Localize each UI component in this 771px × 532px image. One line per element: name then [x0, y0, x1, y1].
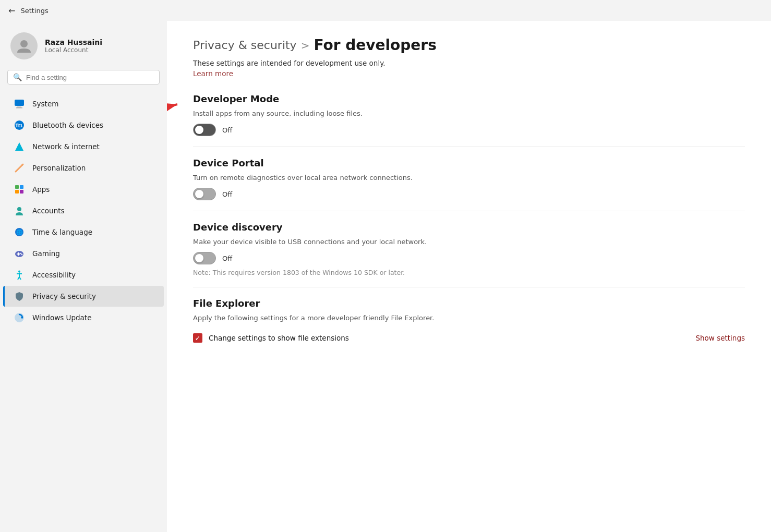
device-discovery-toggle[interactable] — [193, 252, 216, 264]
device-discovery-toggle-row: Off — [193, 252, 745, 264]
show-settings-link[interactable]: Show settings — [695, 334, 745, 342]
sidebar-item-label-system: System — [32, 100, 58, 108]
svg-line-7 — [16, 164, 23, 172]
page-description: These settings are intended for developm… — [193, 59, 745, 67]
avatar — [10, 32, 38, 59]
windows-update-icon — [14, 312, 25, 323]
sidebar-item-privacy[interactable]: Privacy & security — [3, 286, 164, 307]
developer-mode-section: Developer Mode Install apps from any sou… — [193, 93, 745, 136]
device-discovery-desc: Make your device visible to USB connecti… — [193, 238, 745, 246]
search-icon: 🔍 — [13, 73, 22, 81]
gaming-icon — [14, 248, 25, 259]
user-name: Raza Hussaini — [45, 38, 102, 46]
device-portal-toggle-label: Off — [222, 190, 232, 198]
app-title: Settings — [20, 7, 48, 15]
sidebar-item-label-windows-update: Windows Update — [32, 313, 91, 322]
sidebar-item-label-bluetooth: Bluetooth & devices — [32, 121, 103, 129]
svg-rect-12 — [20, 190, 23, 194]
privacy-icon — [14, 291, 25, 302]
sidebar-item-system[interactable]: System — [3, 93, 164, 114]
device-discovery-title: Device discovery — [193, 222, 745, 233]
developer-mode-toggle-knob — [195, 126, 203, 134]
sidebar-item-apps[interactable]: Apps — [3, 179, 164, 200]
svg-point-21 — [18, 271, 20, 273]
file-extensions-checkbox[interactable] — [193, 333, 202, 343]
personalization-icon — [14, 162, 25, 174]
sidebar-item-label-personalization: Personalization — [32, 164, 86, 172]
content-area: Privacy & security > For developers Thes… — [167, 21, 771, 532]
apps-icon — [14, 184, 25, 195]
back-button[interactable]: ← — [8, 6, 15, 16]
file-extensions-label: Change settings to show file extensions — [209, 334, 349, 342]
sidebar-item-bluetooth[interactable]: ℡ Bluetooth & devices — [3, 115, 164, 136]
device-portal-desc: Turn on remote diagnostics over local ar… — [193, 174, 745, 182]
accessibility-icon — [14, 269, 25, 281]
sidebar-item-gaming[interactable]: Gaming — [3, 243, 164, 264]
svg-point-20 — [21, 254, 22, 255]
developer-mode-toggle[interactable] — [193, 124, 216, 136]
accounts-icon — [14, 205, 25, 216]
svg-rect-10 — [20, 185, 23, 189]
sidebar-item-label-accounts: Accounts — [32, 207, 65, 215]
breadcrumb: Privacy & security > For developers — [193, 37, 745, 54]
svg-marker-6 — [15, 142, 23, 151]
divider-1 — [193, 147, 745, 147]
bluetooth-icon: ℡ — [14, 119, 25, 131]
developer-mode-desc: Install apps from any source, including … — [193, 110, 745, 117]
main-layout: Raza Hussaini Local Account 🔍 System ℡ B… — [0, 21, 771, 532]
developer-mode-toggle-label: Off — [222, 126, 232, 134]
device-portal-title: Device Portal — [193, 158, 745, 168]
divider-3 — [193, 287, 745, 287]
sidebar-item-label-time: Time & language — [32, 228, 92, 236]
sidebar-item-label-accessibility: Accessibility — [32, 271, 76, 279]
time-icon: 🌐 — [14, 226, 25, 238]
device-portal-toggle[interactable] — [193, 188, 216, 200]
user-profile[interactable]: Raza Hussaini Local Account — [0, 26, 167, 70]
search-box[interactable]: 🔍 — [7, 70, 160, 84]
file-explorer-desc: Apply the following settings for a more … — [193, 314, 745, 322]
sidebar-item-personalization[interactable]: Personalization — [3, 158, 164, 178]
svg-line-25 — [19, 277, 21, 280]
sidebar-item-accessibility[interactable]: Accessibility — [3, 264, 164, 285]
file-explorer-title: File Explorer — [193, 298, 745, 309]
developer-mode-title: Developer Mode — [193, 93, 745, 104]
svg-point-13 — [17, 207, 21, 211]
sidebar-item-label-network: Network & internet — [32, 142, 100, 151]
svg-rect-1 — [15, 100, 24, 106]
device-discovery-toggle-knob — [195, 254, 203, 262]
developer-mode-toggle-row: Off — [193, 124, 745, 136]
content-wrapper: Privacy & security > For developers Thes… — [193, 37, 745, 348]
breadcrumb-current: For developers — [314, 37, 436, 54]
svg-rect-9 — [15, 185, 19, 189]
svg-text:℡: ℡ — [15, 122, 23, 129]
svg-text:🌐: 🌐 — [16, 229, 23, 236]
search-input[interactable] — [26, 74, 154, 81]
sidebar-item-label-gaming: Gaming — [32, 249, 60, 258]
user-info: Raza Hussaini Local Account — [45, 38, 102, 54]
svg-point-19 — [20, 253, 21, 254]
sidebar-item-accounts[interactable]: Accounts — [3, 200, 164, 221]
learn-more-link[interactable]: Learn more — [193, 69, 233, 78]
breadcrumb-parent: Privacy & security — [193, 39, 297, 52]
device-portal-section: Device Portal Turn on remote diagnostics… — [193, 158, 745, 200]
user-role: Local Account — [45, 46, 102, 54]
sidebar-item-time[interactable]: 🌐 Time & language — [3, 222, 164, 243]
device-discovery-section: Device discovery Make your device visibl… — [193, 222, 745, 276]
file-explorer-section: File Explorer Apply the following settin… — [193, 298, 745, 348]
device-portal-toggle-knob — [195, 190, 203, 198]
sidebar-item-label-privacy: Privacy & security — [32, 292, 96, 300]
divider-2 — [193, 211, 745, 211]
svg-rect-2 — [17, 106, 21, 107]
nav-list: System ℡ Bluetooth & devices Network & i… — [0, 93, 167, 329]
device-discovery-note: Note: This requires version 1803 of the … — [193, 269, 745, 276]
svg-rect-18 — [17, 253, 20, 255]
title-bar: ← Settings — [0, 0, 771, 21]
sidebar-item-label-apps: Apps — [32, 185, 50, 194]
svg-rect-11 — [15, 190, 19, 194]
sidebar-item-network[interactable]: Network & internet — [3, 136, 164, 157]
svg-rect-3 — [16, 107, 22, 108]
file-extensions-checkbox-row: Change settings to show file extensions … — [193, 328, 745, 348]
device-discovery-toggle-label: Off — [222, 255, 232, 262]
sidebar-item-windows-update[interactable]: Windows Update — [3, 307, 164, 328]
sidebar: Raza Hussaini Local Account 🔍 System ℡ B… — [0, 21, 167, 532]
